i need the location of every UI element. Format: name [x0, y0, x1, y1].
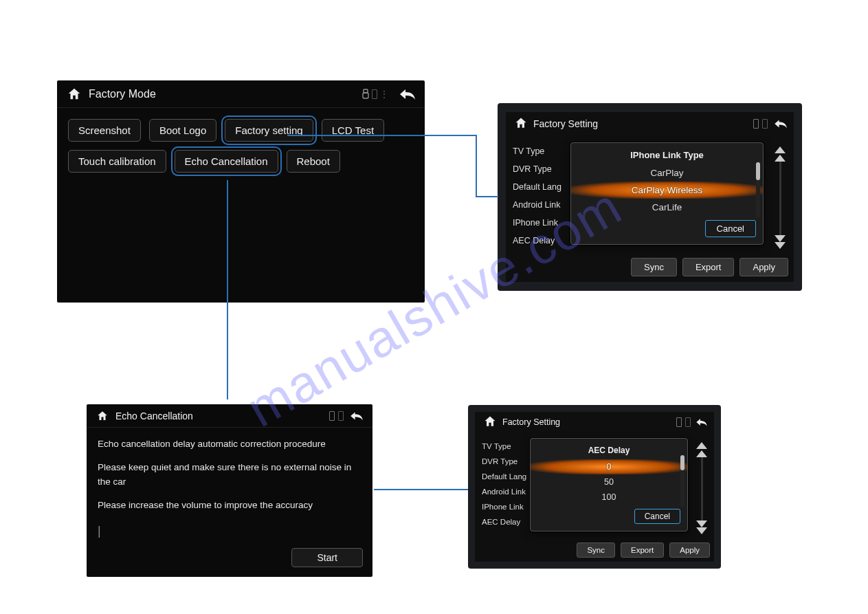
connector-line: [476, 135, 477, 197]
status-icons: [328, 411, 344, 421]
reboot-button[interactable]: Reboot: [287, 150, 340, 173]
connector-line: [227, 180, 228, 399]
boot-logo-button[interactable]: Boot Logo: [149, 119, 216, 142]
status-icons: [675, 417, 691, 427]
cancel-button[interactable]: Cancel: [705, 220, 756, 237]
settings-labels: TV TypeDVR TypeDefault LangAndroid LinkI…: [513, 146, 561, 245]
setting-row-label[interactable]: TV Type: [513, 146, 561, 156]
back-icon[interactable]: [695, 417, 709, 427]
scrollbar[interactable]: [756, 162, 760, 218]
instruction-line: Please increase the volume to improve th…: [98, 498, 361, 512]
usb-icon: [329, 411, 335, 421]
back-icon[interactable]: [349, 410, 364, 421]
svg-rect-0: [364, 89, 368, 93]
setting-row-label[interactable]: Default Lang: [513, 182, 561, 192]
setting-row-label[interactable]: IPhone Link: [513, 218, 561, 228]
usb-icon: [676, 417, 682, 427]
echo-cancellation-button[interactable]: Echo Cancellation: [175, 150, 278, 173]
setting-row-label[interactable]: DVR Type: [513, 164, 561, 174]
usb-icon: [753, 119, 759, 129]
setting-row-label[interactable]: TV Type: [482, 442, 526, 450]
screenshot-button[interactable]: Screenshot: [68, 119, 141, 142]
scroll-track[interactable]: [779, 157, 781, 238]
popup-option[interactable]: CarPlay: [571, 164, 763, 182]
popup-option[interactable]: CarLife: [571, 199, 763, 216]
factory-mode-buttons: ScreenshotBoot LogoFactory settingLCD Te…: [57, 108, 425, 184]
back-icon[interactable]: [399, 87, 416, 101]
apply-button[interactable]: Apply: [669, 542, 710, 558]
connector-line: [476, 196, 498, 197]
title-bar: Factory Mode ⋮: [57, 80, 425, 108]
page-title: Factory Setting: [533, 118, 598, 129]
iphone-link-type-popup: IPhone Link Type CarPlayCarPlay Wireless…: [570, 142, 764, 245]
aec-delay-popup: AEC Delay 050100 Cancel: [530, 438, 688, 531]
scroll-up-icon[interactable]: [696, 442, 707, 449]
export-button[interactable]: Export: [621, 542, 664, 558]
lcd-test-button[interactable]: LCD Test: [322, 119, 384, 142]
sync-button[interactable]: Sync: [577, 542, 615, 558]
instruction-line: Please keep quiet and make sure there is…: [98, 461, 361, 489]
setting-row-label[interactable]: Android Link: [482, 487, 526, 496]
popup-title: IPhone Link Type: [571, 147, 763, 164]
echo-cancellation-body: Echo cancellation delay automatic correc…: [87, 428, 372, 540]
touch-calibration-button[interactable]: Touch calibration: [68, 150, 166, 173]
page-scroll: [693, 442, 710, 534]
popup-title: AEC Delay: [531, 443, 687, 459]
bottom-buttons: SyncExportApply: [631, 258, 788, 276]
scroll-down-icon[interactable]: [696, 527, 707, 534]
phone-icon: [338, 411, 344, 421]
settings-labels: TV TypeDVR TypeDefault LangAndroid LinkI…: [482, 442, 526, 526]
instruction-line: Echo cancellation delay automatic correc…: [98, 437, 361, 451]
text-cursor: |: [98, 522, 361, 540]
status-icons: [752, 119, 768, 129]
setting-row-label[interactable]: IPhone Link: [482, 503, 526, 511]
factory-setting-panel-iphone: Factory Setting TV TypeDVR TypeDefault L…: [498, 103, 802, 291]
status-icons: ⋮: [361, 89, 389, 100]
usb-icon: [361, 89, 370, 100]
scroll-down-icon[interactable]: [775, 242, 786, 249]
echo-cancellation-panel: Echo Cancellation Echo cancellation dela…: [87, 404, 372, 577]
home-icon[interactable]: [67, 87, 82, 102]
scrollbar[interactable]: [680, 455, 685, 507]
title-bar: Echo Cancellation: [87, 404, 372, 428]
bottom-buttons: SyncExportApply: [577, 542, 710, 558]
home-icon[interactable]: [483, 415, 497, 430]
factory-setting-panel-aec: Factory Setting TV TypeDVR TypeDefault L…: [468, 405, 721, 569]
home-icon[interactable]: [514, 116, 528, 132]
page-title: Factory Setting: [502, 417, 560, 427]
setting-row-label[interactable]: AEC Delay: [482, 518, 526, 526]
cancel-button[interactable]: Cancel: [634, 509, 680, 524]
title-bar: Factory Setting: [506, 112, 794, 135]
popup-option[interactable]: CarPlay Wireless: [571, 182, 763, 199]
start-button[interactable]: Start: [291, 548, 363, 567]
svg-rect-1: [363, 93, 368, 98]
setting-row-label[interactable]: AEC Delay: [513, 236, 561, 245]
apply-button[interactable]: Apply: [739, 258, 788, 276]
phone-icon: [685, 417, 691, 427]
factory-setting-button[interactable]: Factory setting: [225, 119, 313, 142]
page-scroll: [772, 146, 788, 249]
title-bar: Factory Setting: [475, 412, 714, 432]
popup-option[interactable]: 50: [531, 474, 687, 490]
setting-row-label[interactable]: DVR Type: [482, 457, 526, 465]
connector-line: [374, 489, 468, 490]
sync-button[interactable]: Sync: [631, 258, 677, 276]
popup-option[interactable]: 100: [531, 490, 687, 505]
factory-mode-panel: Factory Mode ⋮ ScreenshotBoot LogoFactor…: [57, 80, 425, 303]
scroll-track[interactable]: [701, 453, 703, 523]
phone-icon: [762, 119, 768, 129]
back-icon[interactable]: [773, 118, 788, 129]
export-button[interactable]: Export: [682, 258, 735, 276]
home-icon[interactable]: [96, 410, 109, 422]
bluetooth-icon: ⋮: [379, 89, 389, 100]
page-title: Echo Cancellation: [115, 410, 193, 421]
setting-row-label[interactable]: Android Link: [513, 200, 561, 210]
popup-option[interactable]: 0: [531, 459, 687, 474]
phone-icon: [372, 89, 377, 99]
page-title: Factory Mode: [89, 88, 156, 100]
connector-line: [287, 135, 477, 136]
setting-row-label[interactable]: Default Lang: [482, 472, 526, 481]
scroll-up-icon[interactable]: [775, 146, 786, 153]
